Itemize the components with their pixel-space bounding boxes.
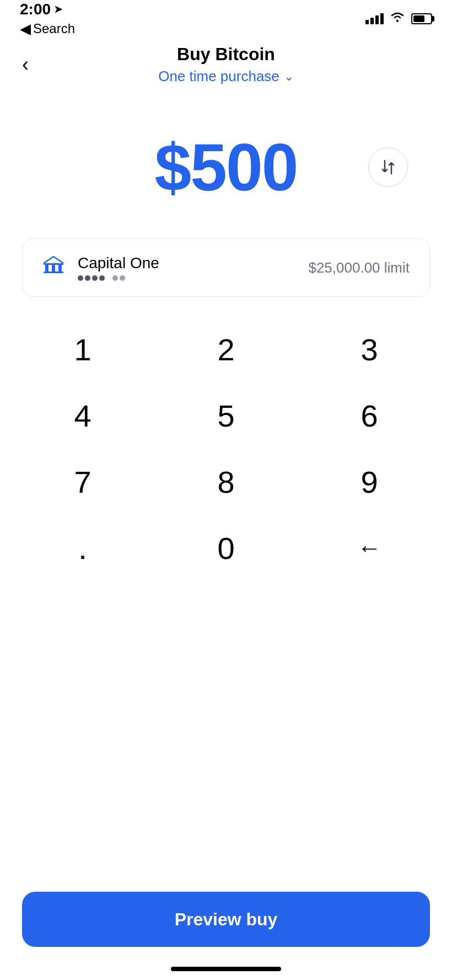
backspace-icon: ←: [357, 534, 381, 562]
time-label: 2:00: [20, 1, 51, 18]
wifi-icon: [390, 12, 405, 26]
bank-icon: [42, 255, 64, 280]
location-arrow-icon: ➤: [54, 3, 62, 15]
header-content: Buy Bitcoin One time purchase ⌄: [158, 44, 294, 85]
svg-rect-4: [58, 265, 62, 271]
preview-section: Preview buy: [0, 892, 452, 947]
svg-rect-5: [44, 271, 63, 273]
numpad-row-2: 4 5 6: [11, 385, 441, 446]
payment-left: Capital One: [42, 254, 159, 281]
numpad-key-backspace[interactable]: ←: [303, 518, 435, 578]
purchase-type-selector[interactable]: One time purchase ⌄: [158, 68, 294, 85]
numpad-key-0[interactable]: 0: [160, 518, 292, 578]
convert-button[interactable]: [368, 147, 408, 187]
preview-buy-button[interactable]: Preview buy: [22, 892, 430, 947]
signal-bars-icon: [365, 13, 384, 24]
svg-rect-3: [52, 265, 55, 271]
numpad-key-4[interactable]: 4: [17, 385, 149, 446]
numpad-key-8[interactable]: 8: [160, 451, 292, 512]
numpad-key-7[interactable]: 7: [17, 451, 149, 512]
amount-section: $500: [0, 96, 452, 238]
bank-name: Capital One: [78, 254, 159, 272]
status-left: 2:00 ➤ ◀ Search: [20, 1, 75, 38]
nav-header: ‹ Buy Bitcoin One time purchase ⌄: [0, 33, 452, 96]
numpad: 1 2 3 4 5 6 7 8 9 . 0 ←: [0, 319, 452, 578]
numpad-row-3: 7 8 9: [11, 451, 441, 512]
home-indicator: [171, 967, 281, 971]
back-button[interactable]: ‹: [22, 53, 29, 76]
payment-card[interactable]: Capital One $25,000.00 limit: [22, 238, 430, 297]
numpad-row-1: 1 2 3: [11, 319, 441, 380]
numpad-key-2[interactable]: 2: [160, 319, 292, 380]
chevron-down-icon: ⌄: [284, 70, 294, 84]
numpad-key-1[interactable]: 1: [17, 319, 149, 380]
svg-point-0: [396, 20, 399, 22]
numpad-key-9[interactable]: 9: [303, 451, 435, 512]
status-time: 2:00 ➤: [20, 1, 75, 18]
svg-rect-2: [45, 265, 49, 271]
numpad-key-6[interactable]: 6: [303, 385, 435, 446]
page-title: Buy Bitcoin: [158, 44, 294, 65]
battery-icon: [411, 13, 432, 24]
numpad-key-3[interactable]: 3: [303, 319, 435, 380]
preview-buy-label: Preview buy: [175, 909, 278, 930]
svg-rect-1: [44, 263, 63, 265]
payment-section: Capital One $25,000.00 limit: [0, 238, 452, 297]
status-bar: 2:00 ➤ ◀ Search: [0, 0, 452, 33]
bank-info: Capital One: [78, 254, 159, 281]
amount-display: $500: [155, 129, 298, 205]
bank-account-dots: [78, 275, 159, 281]
numpad-key-5[interactable]: 5: [160, 385, 292, 446]
numpad-key-decimal[interactable]: .: [17, 518, 149, 578]
limit-text: $25,000.00 limit: [308, 259, 410, 276]
status-right: [365, 12, 432, 26]
numpad-row-4: . 0 ←: [11, 518, 441, 578]
purchase-type-label: One time purchase: [158, 68, 279, 85]
